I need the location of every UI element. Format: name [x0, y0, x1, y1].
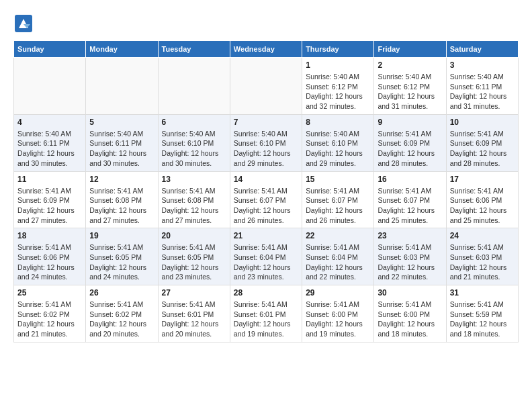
cell-text: Sunrise: 5:41 AM Sunset: 6:02 PM Dayligh…: [17, 300, 82, 339]
day-number: 25: [17, 288, 82, 298]
cell-text: Sunrise: 5:41 AM Sunset: 6:04 PM Dayligh…: [306, 242, 370, 282]
cell-text: Sunrise: 5:41 AM Sunset: 6:00 PM Dayligh…: [378, 300, 442, 339]
calendar-cell-2: 2Sunrise: 5:40 AM Sunset: 6:12 PM Daylig…: [374, 58, 446, 115]
day-number: 6: [162, 118, 226, 127]
day-number: 13: [162, 175, 226, 184]
day-number: 12: [89, 175, 154, 184]
calendar-cell-14: 14Sunrise: 5:41 AM Sunset: 6:07 PM Dayli…: [230, 171, 302, 228]
cell-text: Sunrise: 5:41 AM Sunset: 6:04 PM Dayligh…: [234, 242, 298, 282]
day-number: 7: [234, 118, 298, 127]
calendar-cell-12: 12Sunrise: 5:41 AM Sunset: 6:08 PM Dayli…: [86, 171, 158, 228]
page-header: [13, 13, 519, 34]
calendar-cell-28: 28Sunrise: 5:41 AM Sunset: 6:01 PM Dayli…: [230, 285, 302, 342]
calendar-cell-21: 21Sunrise: 5:41 AM Sunset: 6:04 PM Dayli…: [230, 228, 302, 285]
cell-text: Sunrise: 5:41 AM Sunset: 6:07 PM Dayligh…: [306, 186, 370, 226]
calendar-cell-6: 6Sunrise: 5:40 AM Sunset: 6:10 PM Daylig…: [158, 114, 230, 171]
day-header-thursday: Thursday: [302, 41, 374, 58]
cell-text: Sunrise: 5:41 AM Sunset: 6:09 PM Dayligh…: [378, 129, 442, 169]
calendar-cell-31: 31Sunrise: 5:41 AM Sunset: 5:59 PM Dayli…: [446, 285, 518, 342]
day-header-monday: Monday: [86, 41, 158, 58]
calendar-cell-24: 24Sunrise: 5:41 AM Sunset: 6:03 PM Dayli…: [446, 228, 518, 285]
calendar-cell-5: 5Sunrise: 5:40 AM Sunset: 6:11 PM Daylig…: [86, 114, 158, 171]
day-header-tuesday: Tuesday: [158, 41, 230, 58]
day-number: 1: [306, 60, 370, 70]
calendar-table: SundayMondayTuesdayWednesdayThursdayFrid…: [13, 40, 519, 342]
day-number: 18: [17, 231, 82, 240]
cell-text: Sunrise: 5:41 AM Sunset: 5:59 PM Dayligh…: [450, 300, 515, 339]
cell-text: Sunrise: 5:41 AM Sunset: 6:07 PM Dayligh…: [378, 186, 442, 226]
cell-text: Sunrise: 5:40 AM Sunset: 6:10 PM Dayligh…: [234, 129, 298, 169]
logo: [13, 13, 36, 34]
calendar-cell-20: 20Sunrise: 5:41 AM Sunset: 6:05 PM Dayli…: [158, 228, 230, 285]
day-header-wednesday: Wednesday: [230, 41, 302, 58]
calendar-week-row: 25Sunrise: 5:41 AM Sunset: 6:02 PM Dayli…: [14, 285, 519, 342]
calendar-cell-15: 15Sunrise: 5:41 AM Sunset: 6:07 PM Dayli…: [302, 171, 374, 228]
day-number: 8: [306, 118, 370, 127]
cell-text: Sunrise: 5:41 AM Sunset: 6:01 PM Dayligh…: [234, 300, 298, 339]
day-number: 23: [378, 231, 442, 240]
day-number: 9: [378, 118, 442, 127]
calendar-body: 1Sunrise: 5:40 AM Sunset: 6:12 PM Daylig…: [14, 58, 519, 342]
calendar-cell-11: 11Sunrise: 5:41 AM Sunset: 6:09 PM Dayli…: [14, 171, 86, 228]
calendar-cell-empty: [158, 58, 230, 115]
calendar-week-row: 18Sunrise: 5:41 AM Sunset: 6:06 PM Dayli…: [14, 228, 519, 285]
cell-text: Sunrise: 5:41 AM Sunset: 6:06 PM Dayligh…: [450, 186, 515, 226]
day-number: 16: [378, 175, 442, 184]
cell-text: Sunrise: 5:41 AM Sunset: 6:03 PM Dayligh…: [450, 242, 515, 282]
cell-text: Sunrise: 5:41 AM Sunset: 6:07 PM Dayligh…: [234, 186, 298, 226]
day-number: 20: [162, 231, 226, 240]
day-number: 29: [306, 288, 370, 298]
day-number: 28: [234, 288, 298, 298]
cell-text: Sunrise: 5:41 AM Sunset: 6:00 PM Dayligh…: [306, 300, 370, 339]
calendar-cell-19: 19Sunrise: 5:41 AM Sunset: 6:05 PM Dayli…: [86, 228, 158, 285]
cell-text: Sunrise: 5:41 AM Sunset: 6:08 PM Dayligh…: [162, 186, 226, 226]
calendar-cell-4: 4Sunrise: 5:40 AM Sunset: 6:11 PM Daylig…: [14, 114, 86, 171]
calendar-cell-10: 10Sunrise: 5:41 AM Sunset: 6:09 PM Dayli…: [446, 114, 518, 171]
cell-text: Sunrise: 5:41 AM Sunset: 6:01 PM Dayligh…: [162, 300, 226, 339]
day-number: 26: [89, 288, 154, 298]
day-number: 27: [162, 288, 226, 298]
day-number: 24: [450, 231, 515, 240]
day-number: 11: [17, 175, 82, 184]
day-number: 17: [450, 175, 515, 184]
calendar-cell-1: 1Sunrise: 5:40 AM Sunset: 6:12 PM Daylig…: [302, 58, 374, 115]
cell-text: Sunrise: 5:41 AM Sunset: 6:08 PM Dayligh…: [89, 186, 154, 226]
cell-text: Sunrise: 5:40 AM Sunset: 6:11 PM Dayligh…: [450, 72, 515, 111]
day-header-sunday: Sunday: [14, 41, 86, 58]
cell-text: Sunrise: 5:40 AM Sunset: 6:12 PM Dayligh…: [378, 72, 442, 111]
calendar-cell-16: 16Sunrise: 5:41 AM Sunset: 6:07 PM Dayli…: [374, 171, 446, 228]
calendar-week-row: 4Sunrise: 5:40 AM Sunset: 6:11 PM Daylig…: [14, 114, 519, 171]
day-number: 21: [234, 231, 298, 240]
day-number: 2: [378, 60, 442, 70]
calendar-cell-17: 17Sunrise: 5:41 AM Sunset: 6:06 PM Dayli…: [446, 171, 518, 228]
day-number: 4: [17, 118, 82, 127]
cell-text: Sunrise: 5:41 AM Sunset: 6:03 PM Dayligh…: [378, 242, 442, 282]
day-number: 5: [89, 118, 154, 127]
day-number: 22: [306, 231, 370, 240]
calendar-cell-29: 29Sunrise: 5:41 AM Sunset: 6:00 PM Dayli…: [302, 285, 374, 342]
cell-text: Sunrise: 5:41 AM Sunset: 6:05 PM Dayligh…: [89, 242, 154, 282]
cell-text: Sunrise: 5:41 AM Sunset: 6:06 PM Dayligh…: [17, 242, 82, 282]
calendar-week-row: 1Sunrise: 5:40 AM Sunset: 6:12 PM Daylig…: [14, 58, 519, 115]
calendar-cell-22: 22Sunrise: 5:41 AM Sunset: 6:04 PM Dayli…: [302, 228, 374, 285]
logo-icon: [13, 13, 34, 34]
calendar-cell-empty: [86, 58, 158, 115]
day-number: 31: [450, 288, 515, 298]
calendar-cell-3: 3Sunrise: 5:40 AM Sunset: 6:11 PM Daylig…: [446, 58, 518, 115]
cell-text: Sunrise: 5:40 AM Sunset: 6:11 PM Dayligh…: [17, 129, 82, 169]
day-number: 3: [450, 60, 515, 70]
calendar-cell-25: 25Sunrise: 5:41 AM Sunset: 6:02 PM Dayli…: [14, 285, 86, 342]
calendar-header-row: SundayMondayTuesdayWednesdayThursdayFrid…: [14, 41, 519, 58]
calendar-cell-empty: [14, 58, 86, 115]
calendar-week-row: 11Sunrise: 5:41 AM Sunset: 6:09 PM Dayli…: [14, 171, 519, 228]
day-number: 15: [306, 175, 370, 184]
cell-text: Sunrise: 5:40 AM Sunset: 6:12 PM Dayligh…: [306, 72, 370, 111]
day-header-friday: Friday: [374, 41, 446, 58]
calendar-cell-empty: [230, 58, 302, 115]
cell-text: Sunrise: 5:40 AM Sunset: 6:10 PM Dayligh…: [306, 129, 370, 169]
day-number: 10: [450, 118, 515, 127]
calendar-cell-30: 30Sunrise: 5:41 AM Sunset: 6:00 PM Dayli…: [374, 285, 446, 342]
day-number: 19: [89, 231, 154, 240]
day-number: 30: [378, 288, 442, 298]
calendar-cell-27: 27Sunrise: 5:41 AM Sunset: 6:01 PM Dayli…: [158, 285, 230, 342]
